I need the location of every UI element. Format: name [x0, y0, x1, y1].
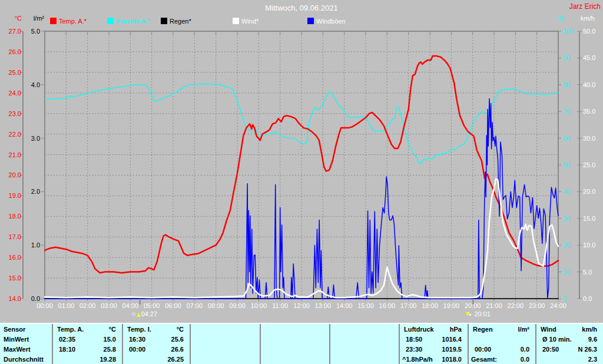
table-row-label: Durchschnitt	[4, 356, 44, 363]
temp-tick-label: 27.0	[9, 28, 21, 35]
hour-label: 00:00	[37, 302, 53, 309]
humidity-tick-label: 0	[563, 295, 566, 302]
hour-label: 11:00	[272, 302, 288, 309]
wind-tick-label: 10.0	[583, 241, 595, 249]
hour-label: 12:00	[293, 302, 310, 309]
hour-label: 09:00	[229, 302, 246, 309]
table-col-unit: hPa	[403, 326, 462, 333]
humidity-tick-label: 40	[563, 188, 570, 195]
temp-tick-label: 22.0	[9, 131, 21, 138]
wind-tick-label: 40.0	[583, 81, 595, 88]
table-row-label: Sensor	[4, 326, 25, 333]
table-avg-value: 19.28	[57, 356, 116, 363]
humidity-tick-label: 60	[563, 135, 570, 142]
table-max-value: N 26.3	[540, 346, 597, 353]
table-row-label: MaxWert	[4, 346, 31, 353]
wind-tick-label: 45.0	[583, 54, 595, 61]
hour-label: 06:00	[165, 302, 181, 309]
table-avg-value: 0.0	[472, 356, 529, 363]
table-avg-value: 1018.0	[403, 356, 462, 363]
table-separator	[260, 324, 261, 364]
table-col-unit: l/m²	[472, 326, 529, 333]
wind-tick-label: 35.0	[583, 108, 595, 115]
hour-label: 16:00	[379, 302, 396, 309]
table-row-label: MinWert	[4, 336, 29, 343]
temp-tick-label: 21.0	[9, 151, 21, 158]
wind-tick-label: 25.0	[583, 161, 595, 168]
hour-label: 08:00	[208, 302, 224, 309]
hour-label: 23:00	[529, 302, 545, 309]
temp-tick-label: 14.0	[9, 295, 21, 302]
weather-app-screen: Mittwoch, 09.06.2021 Jarz Erich °C l/m² …	[0, 0, 603, 364]
wind-tick-label: 20.0	[583, 188, 595, 195]
hour-label: 14:00	[336, 302, 353, 309]
humidity-tick-label: 20	[563, 241, 570, 249]
table-min-value: 9.6	[540, 336, 597, 343]
summary-table: SensorMinWertMaxWertDurchschnittTemp. A.…	[0, 323, 603, 364]
humidity-tick-label: 100	[563, 28, 574, 35]
hour-label: 02:00	[79, 302, 96, 309]
sunrise-time-label: 04:27	[141, 310, 158, 317]
rain-tick-label: 0.0	[31, 295, 40, 302]
temp-tick-label: 19.0	[9, 192, 21, 199]
wind-tick-label: 15.0	[583, 215, 595, 222]
temp-tick-label: 17.0	[9, 233, 21, 240]
table-separator	[399, 324, 400, 364]
hour-label: 19:00	[443, 302, 460, 309]
humidity-tick-label: 80	[563, 81, 570, 88]
table-max-value: 1019.5	[403, 346, 462, 353]
rain-tick-label: 2.0	[31, 188, 40, 195]
hour-label: 03:00	[101, 302, 117, 309]
table-avg-value: 2.3	[540, 356, 597, 363]
temp-tick-label: 25.0	[9, 69, 21, 76]
temp-tick-label: 16.0	[9, 254, 21, 261]
hour-label: 13:00	[315, 302, 332, 309]
sunset-icon: ▪	[469, 311, 471, 318]
temp-tick-label: 26.0	[9, 48, 21, 55]
hour-label: 22:00	[508, 302, 524, 309]
wind-tick-label: 30.0	[583, 135, 595, 142]
hour-label: 05:00	[144, 302, 160, 309]
table-col-unit: °C	[127, 326, 184, 333]
table-separator	[535, 324, 536, 364]
table-max-value: 0.0	[472, 346, 529, 353]
humidity-tick-label: 90	[563, 54, 570, 61]
table-max-value: 26.6	[127, 346, 184, 353]
hour-label: 21:00	[486, 302, 502, 309]
table-min-value: 25.6	[127, 336, 184, 343]
table-min-value: 15.0	[57, 336, 116, 343]
humidity-tick-label: 50	[563, 161, 570, 168]
table-separator	[52, 324, 53, 364]
rain-tick-label: 3.0	[31, 135, 40, 142]
table-separator	[329, 324, 330, 364]
hour-label: 01:00	[58, 302, 75, 309]
table-separator	[190, 324, 191, 364]
rain-tick-label: 4.0	[31, 81, 40, 88]
sunset-time-label: 20:01	[474, 310, 491, 317]
temp-tick-label: 23.0	[9, 110, 21, 117]
temp-tick-label: 20.0	[9, 171, 21, 178]
temp-tick-label: 15.0	[9, 274, 21, 282]
wind-tick-label: 5.0	[583, 269, 592, 276]
hour-label: 17:00	[400, 302, 417, 309]
temp-tick-label: 18.0	[9, 213, 21, 220]
hour-label: 10:00	[251, 302, 267, 309]
series-humidity-line	[45, 84, 558, 164]
table-avg-value: 26.25	[127, 356, 184, 363]
hour-label: 15:00	[357, 302, 374, 309]
table-col-unit: km/h	[540, 326, 597, 333]
hour-label: 07:00	[187, 302, 203, 309]
table-separator	[468, 324, 469, 364]
temp-tick-label: 24.0	[9, 90, 21, 97]
table-max-value: 25.8	[57, 346, 116, 353]
chart-canvas: 27.026.025.024.023.022.021.020.019.018.0…	[0, 0, 603, 323]
wind-tick-label: 0.0	[583, 295, 592, 302]
rain-tick-label: 5.0	[31, 28, 40, 35]
humidity-tick-label: 10	[563, 269, 570, 276]
humidity-tick-label: 70	[563, 108, 570, 115]
table-col-unit: °C	[57, 326, 116, 333]
rain-tick-label: 1.0	[31, 241, 40, 249]
table-separator	[122, 324, 123, 364]
hour-label: 04:00	[122, 302, 139, 309]
wind-tick-label: 50.0	[583, 28, 595, 35]
